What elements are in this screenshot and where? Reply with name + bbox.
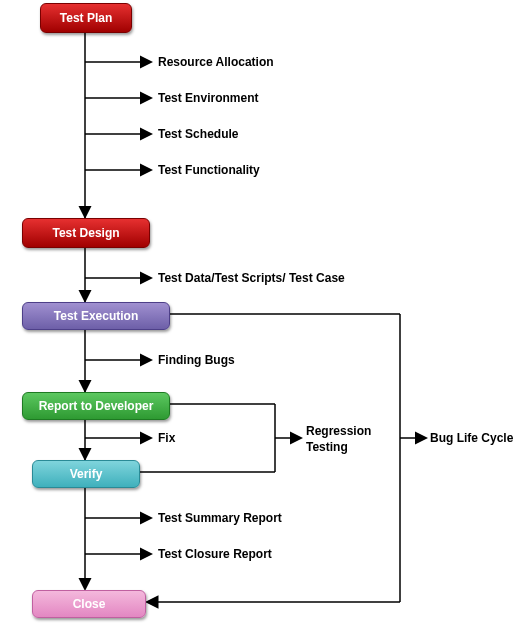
label-test-schedule: Test Schedule	[158, 127, 238, 141]
label-test-environment: Test Environment	[158, 91, 258, 105]
node-test-execution: Test Execution	[22, 302, 170, 330]
label-finding-bugs: Finding Bugs	[158, 353, 235, 367]
label-resource-allocation: Resource Allocation	[158, 55, 274, 69]
node-close: Close	[32, 590, 146, 618]
label-fix: Fix	[158, 431, 175, 445]
label-test-closure: Test Closure Report	[158, 547, 272, 561]
label-test-data: Test Data/Test Scripts/ Test Case	[158, 271, 345, 285]
node-verify: Verify	[32, 460, 140, 488]
node-test-plan: Test Plan	[40, 3, 132, 33]
label-regression-testing: Regression Testing	[306, 424, 386, 455]
node-report-to-developer: Report to Developer	[22, 392, 170, 420]
label-test-summary: Test Summary Report	[158, 511, 282, 525]
node-test-design: Test Design	[22, 218, 150, 248]
label-test-functionality: Test Functionality	[158, 163, 260, 177]
label-bug-life-cycle: Bug Life Cycle	[430, 431, 513, 445]
